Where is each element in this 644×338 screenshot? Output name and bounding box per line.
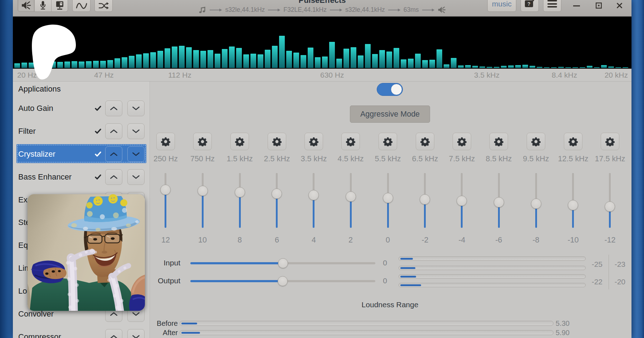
- svg-text:?: ?: [527, 1, 530, 7]
